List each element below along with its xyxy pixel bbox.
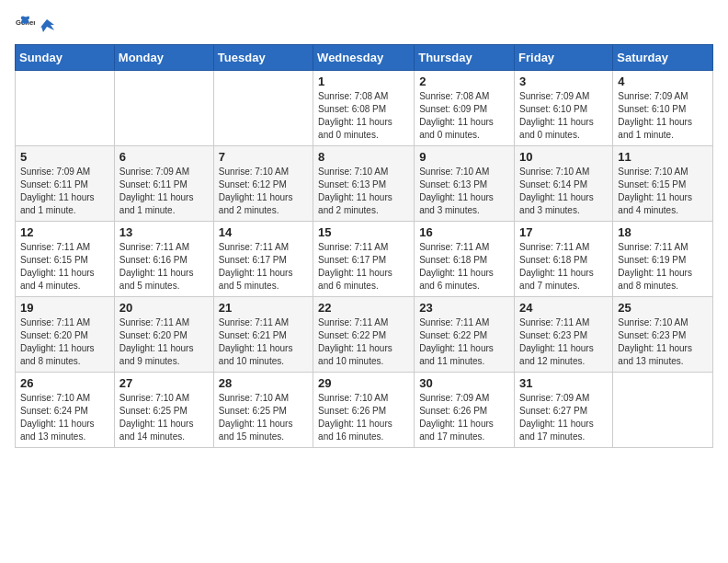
day-number: 4 — [618, 75, 708, 88]
day-number: 13 — [119, 225, 209, 239]
calendar-cell: 5Sunrise: 7:09 AM Sunset: 6:11 PM Daylig… — [16, 146, 115, 222]
day-info: Sunrise: 7:11 AM Sunset: 6:18 PM Dayligh… — [519, 241, 608, 293]
day-info: Sunrise: 7:09 AM Sunset: 6:10 PM Dayligh… — [519, 90, 608, 142]
calendar-cell: 25Sunrise: 7:10 AM Sunset: 6:23 PM Dayli… — [613, 297, 713, 373]
calendar-cell: 15Sunrise: 7:11 AM Sunset: 6:17 PM Dayli… — [313, 222, 415, 297]
day-number: 11 — [618, 150, 708, 164]
calendar-cell: 20Sunrise: 7:11 AM Sunset: 6:20 PM Dayli… — [114, 297, 213, 373]
calendar-cell: 3Sunrise: 7:09 AM Sunset: 6:10 PM Daylig… — [515, 71, 613, 146]
day-info: Sunrise: 7:11 AM Sunset: 6:16 PM Dayligh… — [119, 241, 209, 293]
day-number: 31 — [519, 376, 608, 390]
day-number: 27 — [119, 376, 209, 390]
day-info: Sunrise: 7:11 AM Sunset: 6:19 PM Dayligh… — [618, 241, 708, 293]
header-friday: Friday — [515, 45, 613, 71]
calendar-cell: 6Sunrise: 7:09 AM Sunset: 6:11 PM Daylig… — [114, 146, 213, 222]
header-thursday: Thursday — [415, 45, 515, 71]
day-info: Sunrise: 7:11 AM Sunset: 6:20 PM Dayligh… — [20, 316, 109, 368]
calendar-cell: 24Sunrise: 7:11 AM Sunset: 6:23 PM Dayli… — [515, 297, 613, 373]
day-info: Sunrise: 7:10 AM Sunset: 6:25 PM Dayligh… — [119, 392, 209, 443]
calendar-cell: 7Sunrise: 7:10 AM Sunset: 6:12 PM Daylig… — [213, 146, 313, 222]
header-tuesday: Tuesday — [213, 45, 313, 71]
header-sunday: Sunday — [16, 45, 115, 71]
day-info: Sunrise: 7:11 AM Sunset: 6:23 PM Dayligh… — [519, 316, 608, 368]
day-info: Sunrise: 7:10 AM Sunset: 6:13 PM Dayligh… — [419, 166, 509, 217]
logo: General — [15, 15, 57, 35]
day-info: Sunrise: 7:09 AM Sunset: 6:27 PM Dayligh… — [519, 392, 608, 443]
calendar-cell: 19Sunrise: 7:11 AM Sunset: 6:20 PM Dayli… — [16, 297, 115, 373]
calendar-cell: 30Sunrise: 7:09 AM Sunset: 6:26 PM Dayli… — [415, 373, 515, 448]
calendar-week-row: 1Sunrise: 7:08 AM Sunset: 6:08 PM Daylig… — [16, 71, 713, 146]
day-number: 18 — [618, 225, 708, 239]
calendar-table: Sunday Monday Tuesday Wednesday Thursday… — [15, 44, 713, 448]
calendar-cell: 18Sunrise: 7:11 AM Sunset: 6:19 PM Dayli… — [613, 222, 713, 297]
header-monday: Monday — [114, 45, 213, 71]
day-info: Sunrise: 7:11 AM Sunset: 6:17 PM Dayligh… — [318, 241, 409, 293]
calendar-cell: 1Sunrise: 7:08 AM Sunset: 6:08 PM Daylig… — [313, 71, 415, 146]
calendar-cell: 26Sunrise: 7:10 AM Sunset: 6:24 PM Dayli… — [16, 373, 115, 448]
calendar-cell: 29Sunrise: 7:10 AM Sunset: 6:26 PM Dayli… — [313, 373, 415, 448]
calendar-week-row: 12Sunrise: 7:11 AM Sunset: 6:15 PM Dayli… — [16, 222, 713, 297]
calendar-cell: 14Sunrise: 7:11 AM Sunset: 6:17 PM Dayli… — [213, 222, 313, 297]
day-info: Sunrise: 7:11 AM Sunset: 6:21 PM Dayligh… — [219, 316, 308, 368]
day-number: 3 — [519, 75, 608, 88]
calendar-cell: 12Sunrise: 7:11 AM Sunset: 6:15 PM Dayli… — [16, 222, 115, 297]
day-number: 12 — [20, 225, 109, 239]
calendar-cell: 8Sunrise: 7:10 AM Sunset: 6:13 PM Daylig… — [313, 146, 415, 222]
day-info: Sunrise: 7:10 AM Sunset: 6:14 PM Dayligh… — [519, 166, 608, 217]
day-number: 9 — [419, 150, 509, 164]
header-saturday: Saturday — [613, 45, 713, 71]
calendar-cell: 16Sunrise: 7:11 AM Sunset: 6:18 PM Dayli… — [415, 222, 515, 297]
day-number: 5 — [20, 150, 109, 164]
day-number: 21 — [219, 301, 308, 315]
calendar-cell: 9Sunrise: 7:10 AM Sunset: 6:13 PM Daylig… — [415, 146, 515, 222]
day-number: 17 — [519, 225, 608, 239]
calendar-week-row: 19Sunrise: 7:11 AM Sunset: 6:20 PM Dayli… — [16, 297, 713, 373]
calendar-cell: 21Sunrise: 7:11 AM Sunset: 6:21 PM Dayli… — [213, 297, 313, 373]
day-info: Sunrise: 7:08 AM Sunset: 6:09 PM Dayligh… — [419, 90, 509, 142]
day-number: 16 — [419, 225, 509, 239]
day-number: 10 — [519, 150, 608, 164]
day-info: Sunrise: 7:08 AM Sunset: 6:08 PM Dayligh… — [318, 90, 409, 142]
day-info: Sunrise: 7:10 AM Sunset: 6:12 PM Dayligh… — [219, 166, 308, 217]
weekday-header-row: Sunday Monday Tuesday Wednesday Thursday… — [16, 45, 713, 71]
day-info: Sunrise: 7:11 AM Sunset: 6:18 PM Dayligh… — [419, 241, 509, 293]
day-number: 26 — [20, 376, 109, 390]
calendar-week-row: 5Sunrise: 7:09 AM Sunset: 6:11 PM Daylig… — [16, 146, 713, 222]
calendar-cell: 22Sunrise: 7:11 AM Sunset: 6:22 PM Dayli… — [313, 297, 415, 373]
day-info: Sunrise: 7:09 AM Sunset: 6:10 PM Dayligh… — [618, 90, 708, 142]
day-info: Sunrise: 7:10 AM Sunset: 6:24 PM Dayligh… — [20, 392, 109, 443]
day-info: Sunrise: 7:10 AM Sunset: 6:23 PM Dayligh… — [618, 316, 708, 368]
calendar-cell: 2Sunrise: 7:08 AM Sunset: 6:09 PM Daylig… — [415, 71, 515, 146]
day-info: Sunrise: 7:10 AM Sunset: 6:15 PM Dayligh… — [618, 166, 708, 217]
day-number: 14 — [219, 225, 308, 239]
day-number: 15 — [318, 225, 409, 239]
calendar-cell: 27Sunrise: 7:10 AM Sunset: 6:25 PM Dayli… — [114, 373, 213, 448]
svg-marker-1 — [40, 19, 54, 32]
logo-bird-icon — [38, 17, 56, 36]
day-number: 7 — [219, 150, 308, 164]
page-header: General — [15, 15, 713, 35]
calendar-cell: 13Sunrise: 7:11 AM Sunset: 6:16 PM Dayli… — [114, 222, 213, 297]
day-info: Sunrise: 7:09 AM Sunset: 6:26 PM Dayligh… — [419, 392, 509, 443]
day-info: Sunrise: 7:11 AM Sunset: 6:22 PM Dayligh… — [419, 316, 509, 368]
day-info: Sunrise: 7:11 AM Sunset: 6:22 PM Dayligh… — [318, 316, 409, 368]
day-number: 23 — [419, 301, 509, 315]
day-number: 2 — [419, 75, 509, 88]
day-info: Sunrise: 7:10 AM Sunset: 6:13 PM Dayligh… — [318, 166, 409, 217]
calendar-week-row: 26Sunrise: 7:10 AM Sunset: 6:24 PM Dayli… — [16, 373, 713, 448]
calendar-cell: 31Sunrise: 7:09 AM Sunset: 6:27 PM Dayli… — [515, 373, 613, 448]
day-info: Sunrise: 7:09 AM Sunset: 6:11 PM Dayligh… — [119, 166, 209, 217]
day-number: 22 — [318, 301, 409, 315]
calendar-cell: 10Sunrise: 7:10 AM Sunset: 6:14 PM Dayli… — [515, 146, 613, 222]
day-number: 19 — [20, 301, 109, 315]
day-number: 25 — [618, 301, 708, 315]
calendar-cell: 23Sunrise: 7:11 AM Sunset: 6:22 PM Dayli… — [415, 297, 515, 373]
day-info: Sunrise: 7:09 AM Sunset: 6:11 PM Dayligh… — [20, 166, 109, 217]
day-info: Sunrise: 7:11 AM Sunset: 6:15 PM Dayligh… — [20, 241, 109, 293]
calendar-cell — [16, 71, 115, 146]
day-info: Sunrise: 7:10 AM Sunset: 6:25 PM Dayligh… — [219, 392, 308, 443]
calendar-cell: 17Sunrise: 7:11 AM Sunset: 6:18 PM Dayli… — [515, 222, 613, 297]
day-number: 6 — [119, 150, 209, 164]
day-number: 28 — [219, 376, 308, 390]
day-number: 30 — [419, 376, 509, 390]
